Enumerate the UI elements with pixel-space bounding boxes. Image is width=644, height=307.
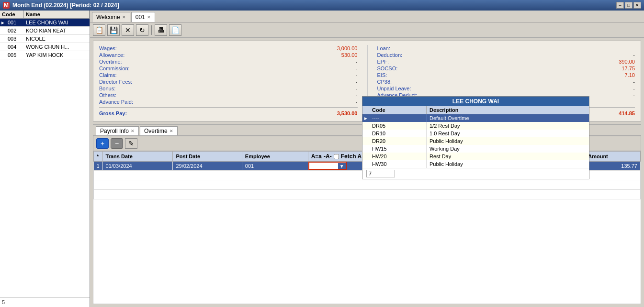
dropdown-row[interactable]: HW20 Rest Day bbox=[362, 153, 589, 160]
fetch-all-checkbox[interactable] bbox=[334, 154, 339, 159]
dropdown-code-cell: DR20 bbox=[369, 137, 427, 145]
allowance-label: Allowance: bbox=[99, 52, 124, 58]
tab-payroll-info[interactable]: Payroll Info ✕ bbox=[96, 126, 139, 135]
employee-code: 003 bbox=[6, 35, 24, 43]
dropdown-filter-number bbox=[362, 168, 589, 179]
socso-value: 17.75 bbox=[606, 66, 635, 71]
dropdown-filter-input[interactable] bbox=[366, 170, 395, 177]
tab-welcome[interactable]: Welcome ✕ bbox=[92, 12, 130, 22]
dropdown-row[interactable]: ► ---- Default Overtime bbox=[362, 114, 589, 122]
export-button[interactable]: 📄 bbox=[169, 24, 181, 36]
employee-name: YAP KIM HOCK bbox=[24, 51, 90, 59]
employee-code: 002 bbox=[6, 27, 24, 34]
unpaid-leave-value: - bbox=[606, 86, 635, 91]
copy-button[interactable]: 📋 bbox=[93, 24, 105, 36]
wages-value: 3,000.00 bbox=[329, 45, 358, 51]
dropdown-row[interactable]: DR05 1/2 Rest Day bbox=[362, 122, 589, 130]
socso-label: SOCSO: bbox=[377, 66, 398, 71]
tabs-bar: Welcome ✕ 001 ✕ bbox=[90, 11, 644, 22]
gross-pay-row: Gross Pay: 3,530.00 bbox=[99, 110, 358, 117]
tab-001-close[interactable]: ✕ bbox=[147, 15, 151, 20]
cp38-value: - bbox=[606, 79, 635, 85]
trans-date-cell: 01/03/2024 bbox=[102, 162, 173, 171]
edit-row-button[interactable]: ✎ bbox=[125, 138, 137, 149]
tab-001[interactable]: 001 ✕ bbox=[131, 12, 155, 22]
employee-name: NICOLE bbox=[24, 35, 90, 43]
th-indicator: * bbox=[94, 152, 103, 162]
employee-cell: 001 bbox=[242, 162, 308, 171]
code-dropdown[interactable]: ---- ▼ bbox=[308, 162, 347, 170]
epf-value: 390.00 bbox=[606, 59, 635, 65]
dropdown-row-indicator bbox=[362, 153, 369, 160]
dropdown-code-cell: ---- bbox=[369, 114, 427, 122]
code-column-header: Code bbox=[0, 11, 24, 18]
bonus-value: - bbox=[329, 86, 358, 91]
delete-row-button[interactable]: − bbox=[111, 138, 123, 149]
claims-value: - bbox=[329, 72, 358, 78]
refresh-button[interactable]: ↻ bbox=[136, 24, 148, 36]
eis-label: EIS: bbox=[377, 72, 387, 78]
dropdown-row[interactable]: DR20 Public Holiday bbox=[362, 137, 589, 145]
th-trans-date: Trans Date bbox=[102, 152, 173, 162]
summary-left: Wages: 3,000.00 Allowance: 530.00 Overti… bbox=[99, 45, 367, 117]
others-value: - bbox=[329, 92, 358, 98]
advance-paid-label: Advance Paid: bbox=[99, 99, 133, 105]
tab-overtime-close[interactable]: ✕ bbox=[169, 129, 173, 133]
minimize-button[interactable]: – bbox=[616, 2, 624, 9]
director-fees-row: Director Fees: - bbox=[99, 78, 358, 85]
loan-label: Loan: bbox=[377, 45, 391, 51]
overtime-row: Overtime: - bbox=[99, 58, 358, 65]
eis-value: 7.10 bbox=[606, 72, 635, 78]
dropdown-desc-cell: Public Holiday bbox=[427, 160, 589, 168]
dropdown-desc-cell: 1/2 Rest Day bbox=[427, 122, 589, 130]
tab-overtime[interactable]: Overtime ✕ bbox=[140, 126, 178, 135]
dropdown-row[interactable]: HW15 Working Day bbox=[362, 145, 589, 153]
th-post-date: Post Date bbox=[173, 152, 242, 162]
socso-row: SOCSO: 17.75 bbox=[377, 65, 635, 72]
dropdown-popup-header: Code Description bbox=[362, 106, 589, 114]
add-row-button[interactable]: + bbox=[96, 138, 109, 149]
employee-code: 005 bbox=[6, 51, 24, 59]
tab-payroll-info-close[interactable]: ✕ bbox=[131, 129, 135, 133]
dropdown-popup-title: LEE CHONG WAI bbox=[362, 97, 589, 106]
others-row: Others: - bbox=[99, 92, 358, 99]
post-date-cell: 29/02/2024 bbox=[173, 162, 242, 171]
allowance-value: 530.00 bbox=[329, 52, 358, 58]
wages-label: Wages: bbox=[99, 45, 117, 51]
save-button[interactable]: 💾 bbox=[107, 24, 120, 36]
eis-row: EIS: 7.10 bbox=[377, 72, 635, 78]
dropdown-row[interactable]: DR10 1.0 Rest Day bbox=[362, 130, 589, 137]
employee-row[interactable]: 002 KOO KIAN KEAT bbox=[0, 27, 90, 35]
advance-paid-row: Advance Paid: - bbox=[99, 99, 358, 105]
employee-name: WONG CHUN H... bbox=[24, 43, 90, 51]
employee-row[interactable]: ► 001 LEE CHONG WAI bbox=[0, 19, 90, 27]
commission-value: - bbox=[329, 66, 358, 71]
employee-row[interactable]: 005 YAP KIM HOCK bbox=[0, 51, 90, 59]
maximize-button[interactable]: □ bbox=[625, 2, 633, 9]
epf-label: EPF: bbox=[377, 59, 389, 65]
dropdown-code-cell: HW15 bbox=[369, 145, 427, 153]
cancel-button[interactable]: ✕ bbox=[122, 24, 134, 36]
gross-pay-label: Gross Pay: bbox=[99, 110, 127, 116]
employee-row[interactable]: 004 WONG CHUN H... bbox=[0, 43, 90, 51]
overtime-label: Overtime: bbox=[99, 59, 122, 65]
code-dropdown-arrow[interactable]: ▼ bbox=[338, 163, 346, 169]
table-row-empty bbox=[94, 190, 641, 199]
tab-welcome-close[interactable]: ✕ bbox=[122, 15, 126, 20]
dropdown-row[interactable]: HW30 Public Holiday bbox=[362, 160, 589, 168]
name-column-header: Name bbox=[24, 11, 90, 18]
close-button[interactable]: ✕ bbox=[633, 2, 641, 9]
employee-row[interactable]: 003 NICOLE bbox=[0, 35, 90, 43]
th-employee: Employee bbox=[242, 152, 308, 162]
loan-row: Loan: - bbox=[377, 45, 635, 52]
dropdown-code-cell: HW20 bbox=[369, 153, 427, 160]
row-indicator bbox=[0, 51, 6, 59]
cp38-row: CP38: - bbox=[377, 78, 635, 85]
right-panel: Welcome ✕ 001 ✕ 📋 💾 ✕ ↻ 🖶 📄 Wa bbox=[90, 11, 644, 307]
tab-payroll-info-label: Payroll Info bbox=[100, 128, 129, 134]
print-button[interactable]: 🖶 bbox=[155, 24, 167, 36]
dropdown-desc-cell: Rest Day bbox=[427, 153, 589, 160]
bonus-label: Bonus: bbox=[99, 86, 115, 91]
dropdown-row-indicator: ► bbox=[362, 114, 369, 122]
director-fees-label: Director Fees: bbox=[99, 79, 132, 85]
